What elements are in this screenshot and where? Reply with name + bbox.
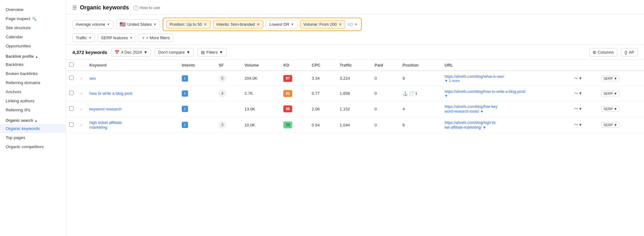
more-filters-btn[interactable]: + + More filters (139, 34, 173, 42)
intent-badge: I (182, 90, 188, 97)
filter-tag-intents: Intents: Non-branded ✕ (213, 20, 263, 29)
row-checkbox[interactable] (69, 76, 74, 80)
url-link[interactable]: https://ahrefs.com/blog/high-ticket-affi… (445, 121, 496, 130)
url-link[interactable]: https://ahrefs.com/blog/free-keyword-res… (445, 105, 497, 114)
sidebar-item-overview[interactable]: Overview (0, 5, 66, 14)
anchor-icon: ⚓ (402, 91, 408, 96)
row-checkbox[interactable] (69, 122, 74, 127)
close-volume-filter[interactable]: ✕ (339, 22, 342, 27)
serp-btn[interactable]: SERP ▼ (601, 106, 619, 112)
volume-cell: 10.0K (242, 117, 280, 133)
columns-btn[interactable]: ⊞ Columns (589, 48, 617, 56)
check-mark: ✓ (80, 91, 83, 96)
sidebar-item-linking-authors[interactable]: Linking authors (0, 96, 66, 105)
toolbar: 4,372 keywords 📅 4 Dec 2024 ▼ Don't comp… (66, 45, 644, 60)
table-wrapper: Keyword Intents SF Volume KD CPC Traffic… (66, 60, 644, 236)
url-more[interactable]: ▼ 1 more (445, 79, 568, 83)
filters-btn[interactable]: ▤ Filters ▼ (197, 48, 226, 56)
cpc-cell: 3.34 (308, 71, 336, 86)
position-cell: 9 (399, 71, 441, 86)
date-picker[interactable]: 📅 4 Dec 2024 ▼ (111, 48, 151, 56)
traffic-filter[interactable]: Traffic ▼ (72, 34, 95, 42)
active-filters-group: Position: Up to 50 ✕ Intents: Non-brande… (163, 18, 362, 31)
position-cell: 4 (399, 101, 441, 117)
serp-features-filter[interactable]: SERP features ▼ (97, 34, 136, 42)
filter-tag-position: Position: Up to 50 ✕ (166, 20, 211, 29)
intent-badge: I (182, 75, 188, 82)
sidebar-item-referring-domains[interactable]: Referring domains (0, 78, 66, 87)
filter-tag-volume: Volume: From 200 ✕ (300, 20, 345, 29)
sidebar-item-anchors[interactable]: Anchors (0, 87, 66, 96)
how-to-use-link[interactable]: ? How to use (133, 5, 160, 10)
row-checkbox[interactable] (69, 106, 74, 111)
cpc-cell: 0.54 (308, 117, 336, 133)
sidebar-item-opportunities[interactable]: Opportunities (0, 41, 66, 51)
col-keyword: Keyword (86, 60, 179, 71)
col-volume: Volume (242, 60, 280, 71)
sidebar-item-page-inspect[interactable]: Page inspect 🔍 (0, 14, 66, 23)
chevron-down-icon-serp: ▼ (130, 36, 133, 40)
url-more[interactable]: ▼ (480, 110, 484, 113)
sidebar-item-calendar[interactable]: Calendar (0, 32, 66, 41)
keyword-link[interactable]: high ticket affiliatemarketing (89, 120, 122, 130)
paid-cell: 0 (371, 117, 399, 133)
chevron-down-icon-traffic: ▼ (88, 36, 92, 40)
lowest-dr-filter[interactable]: Lowest DR ▼ (266, 20, 297, 29)
keyword-link[interactable]: how to write a blog post (89, 91, 132, 96)
sidebar: Overview Page inspect 🔍 Site structure C… (0, 0, 66, 236)
sidebar-item-backlinks[interactable]: Backlinks (0, 60, 66, 69)
doc-icon: 📄 (409, 91, 414, 96)
avg-volume-filter[interactable]: Average volume ▼ (72, 20, 114, 29)
select-all-checkbox[interactable] (69, 62, 74, 67)
volume-cell: 2.7K (242, 86, 280, 101)
keyword-link[interactable]: seo (89, 76, 96, 81)
filter-bar: Average volume ▼ 🇺🇸 United States ▼ Posi… (66, 14, 644, 45)
col-position: Position (399, 60, 441, 71)
chevron-down-icon-dr: ▼ (291, 23, 294, 26)
chevron-up-icon: ▲ (35, 55, 38, 58)
cpc-cell: 0.77 (308, 86, 336, 101)
sidebar-item-top-pages[interactable]: Top pages (0, 133, 66, 142)
kd-badge: 97 (283, 75, 292, 82)
close-intents-filter[interactable]: ✕ (257, 22, 260, 27)
table-row: ✓ how to write a blog post I 4 2.7K 61 0… (66, 86, 644, 101)
position-number: 1 (415, 91, 417, 96)
close-position-filter[interactable]: ✕ (204, 22, 207, 27)
sidebar-item-broken-backlinks[interactable]: Broken backlinks (0, 69, 66, 78)
api-btn[interactable]: {} AP (621, 48, 638, 56)
chevron-up-icon-organic: ▲ (34, 119, 37, 122)
trend-icon[interactable]: 〜▼ (574, 122, 582, 127)
country-filter[interactable]: 🇺🇸 United States ▼ (116, 19, 160, 29)
compare-btn[interactable]: Don't compare ▼ (155, 48, 194, 56)
url-link[interactable]: https://ahrefs.com/blog/how-to-write-a-b… (445, 89, 525, 94)
serp-btn[interactable]: SERP ▼ (601, 91, 619, 96)
table-row: ✓ seo I 5 204.0K 97 3.34 3,224 0 9 https… (66, 71, 644, 86)
filter-row-2: Traffic ▼ SERP features ▼ + + More filte… (72, 34, 638, 42)
serp-btn[interactable]: SERP ▼ (601, 122, 619, 128)
serp-btn[interactable]: SERP ▼ (601, 76, 619, 81)
traffic-cell: 1,152 (336, 101, 371, 117)
keyword-link[interactable]: keyword research (89, 107, 122, 111)
kd-filter-placeholder: KD ▼ (348, 22, 358, 27)
sf-badge: 4 (219, 90, 226, 97)
col-intents: Intents (179, 60, 215, 71)
traffic-cell: 1,658 (336, 86, 371, 101)
sidebar-item-referring-ips[interactable]: Referring IPs (0, 105, 66, 115)
url-more[interactable]: ▼ (445, 94, 568, 98)
table-row: ✓ high ticket affiliatemarketing I 3 10.… (66, 117, 644, 133)
page-header: ☰ Organic keywords ? How to use (66, 0, 644, 14)
sidebar-item-site-structure[interactable]: Site structure (0, 23, 66, 32)
filter-row-1: Average volume ▼ 🇺🇸 United States ▼ Posi… (72, 18, 638, 31)
kd-badge: 61 (283, 90, 292, 97)
calendar-icon: 📅 (114, 50, 119, 55)
trend-icon[interactable]: 〜▼ (574, 91, 582, 96)
sidebar-item-organic-keywords[interactable]: Organic keywords (0, 124, 66, 133)
sidebar-item-organic-competitors[interactable]: Organic competitors (0, 142, 66, 151)
url-link[interactable]: https://ahrefs.com/blog/what-is-seo/ (445, 74, 504, 79)
volume-cell: 13.0K (242, 101, 280, 117)
trend-icon[interactable]: 〜▼ (574, 76, 582, 81)
hamburger-icon[interactable]: ☰ (72, 5, 77, 11)
row-checkbox[interactable] (69, 91, 74, 95)
url-more[interactable]: ▼ (483, 126, 486, 129)
trend-icon[interactable]: 〜▼ (574, 106, 582, 111)
